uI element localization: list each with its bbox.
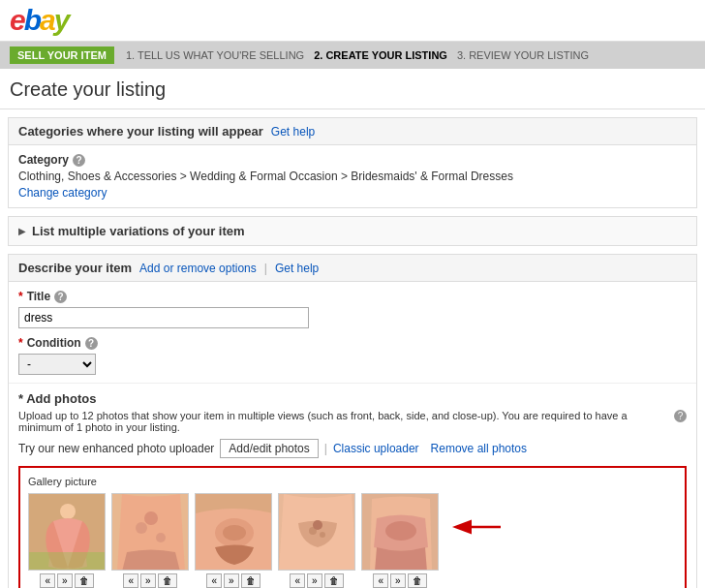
photo-item-2: « » 🗑 <box>111 493 189 588</box>
add-remove-options-link[interactable]: Add or remove options <box>139 262 257 275</box>
photo-delete-4[interactable]: 🗑 <box>324 573 344 588</box>
step1-label: 1. TELL US WHAT YOU'RE SELLING <box>126 49 304 61</box>
title-input[interactable] <box>18 307 309 328</box>
condition-field-row: * Condition ? - <box>9 332 696 383</box>
change-category-link[interactable]: Change category <box>18 186 107 200</box>
add-edit-photos-button[interactable]: Add/edit photos <box>220 439 318 458</box>
describe-section: Describe your item Add or remove options… <box>8 254 697 588</box>
photo-controls-5: « » 🗑 <box>373 573 426 588</box>
photos-row: « » 🗑 <box>28 493 677 588</box>
remove-all-photos-link[interactable]: Remove all photos <box>431 442 527 455</box>
variations-arrow-icon: ▶ <box>18 226 26 236</box>
photo-controls-3: « » 🗑 <box>206 573 260 588</box>
describe-get-help-link[interactable]: Get help <box>275 262 319 275</box>
photos-description: Upload up to 12 photos that show your it… <box>18 410 687 433</box>
category-path: Clothing, Shoes & Accessories > Wedding … <box>18 170 687 183</box>
svg-point-1 <box>60 504 76 519</box>
photo-item-5: « » 🗑 <box>361 493 439 588</box>
categories-section: Categories where your listing will appea… <box>8 117 697 208</box>
categories-get-help-link[interactable]: Get help <box>271 125 315 139</box>
photo-controls-4: « » 🗑 <box>290 573 343 588</box>
title-field-row: * Title ? <box>9 282 696 332</box>
steps-bar: SELL YOUR ITEM 1. TELL US WHAT YOU'RE SE… <box>0 42 705 69</box>
photo-thumb-1[interactable] <box>28 493 106 571</box>
photo-delete-2[interactable]: 🗑 <box>158 573 177 588</box>
svg-point-9 <box>223 525 246 541</box>
category-info-icon[interactable]: ? <box>73 154 85 167</box>
condition-field-label: * Condition ? <box>18 336 687 350</box>
red-arrow-annotation <box>452 512 510 542</box>
photo-thumb-3[interactable] <box>195 493 272 571</box>
photo-thumb-2[interactable] <box>111 493 189 571</box>
classic-uploader-link[interactable]: Classic uploader <box>333 442 419 455</box>
photos-uploader-row: Try our new enhanced photo uploader Add/… <box>18 439 687 458</box>
condition-info-icon[interactable]: ? <box>85 337 98 350</box>
photo-next-2[interactable]: » <box>140 573 156 588</box>
photo-item-3: « » 🗑 <box>195 493 272 588</box>
photo-gallery-box: Gallery picture <box>18 466 687 588</box>
photo-prev-5[interactable]: « <box>373 573 388 588</box>
photo-next-3[interactable]: » <box>224 573 239 588</box>
variations-title: List multiple variations of your item <box>32 224 245 238</box>
step3-label: 3. REVIEW YOUR LISTING <box>457 49 589 61</box>
variations-section: ▶ List multiple variations of your item <box>8 216 697 246</box>
svg-point-13 <box>313 520 322 530</box>
svg-rect-2 <box>29 552 106 571</box>
svg-point-12 <box>320 532 325 538</box>
pipe-divider: | <box>264 262 267 275</box>
svg-point-5 <box>156 533 166 542</box>
photo-delete-3[interactable]: 🗑 <box>241 573 261 588</box>
photo-thumb-4[interactable] <box>278 493 355 571</box>
page-title: Create your listing <box>0 69 705 109</box>
photo-prev-1[interactable]: « <box>40 573 55 588</box>
describe-title: Describe your item <box>18 261 132 275</box>
step2-label: 2. CREATE YOUR LISTING <box>314 49 447 61</box>
photos-title: * Add photos <box>18 391 687 406</box>
condition-select[interactable]: - <box>18 354 96 375</box>
photo-prev-3[interactable]: « <box>206 573 222 588</box>
photos-info-icon[interactable]: ? <box>674 410 687 422</box>
title-field-label: * Title ? <box>18 290 687 303</box>
photo-thumb-5[interactable] <box>361 493 439 571</box>
categories-body: Category ? Clothing, Shoes & Accessories… <box>9 145 696 207</box>
photo-item-1: « » 🗑 <box>28 493 106 588</box>
svg-point-15 <box>385 521 416 541</box>
photo-delete-5[interactable]: 🗑 <box>408 573 427 588</box>
pipe-divider2: | <box>324 442 327 455</box>
photo-next-1[interactable]: » <box>57 573 73 588</box>
svg-point-6 <box>144 511 158 525</box>
ebay-logo: ebay <box>10 6 68 35</box>
photo-controls-1: « » 🗑 <box>40 573 93 588</box>
photos-area: * Add photos Upload up to 12 photos that… <box>9 383 696 588</box>
svg-point-4 <box>136 522 147 534</box>
ebay-header: ebay <box>0 0 705 42</box>
photo-delete-1[interactable]: 🗑 <box>75 573 94 588</box>
photo-controls-2: « » 🗑 <box>123 573 176 588</box>
photo-next-4[interactable]: » <box>307 573 322 588</box>
category-label: Category ? <box>18 153 687 167</box>
gallery-label: Gallery picture <box>28 476 677 487</box>
photo-prev-4[interactable]: « <box>290 573 305 588</box>
variations-header[interactable]: ▶ List multiple variations of your item <box>9 217 696 245</box>
categories-title: Categories where your listing will appea… <box>18 124 263 139</box>
describe-header: Describe your item Add or remove options… <box>9 255 696 282</box>
photo-prev-2[interactable]: « <box>123 573 138 588</box>
sell-your-item-button[interactable]: SELL YOUR ITEM <box>10 46 114 64</box>
photo-next-5[interactable]: » <box>390 573 406 588</box>
photo-item-4: « » 🗑 <box>278 493 355 588</box>
categories-header: Categories where your listing will appea… <box>9 118 696 145</box>
title-info-icon[interactable]: ? <box>54 291 67 303</box>
uploader-text: Try our new enhanced photo uploader <box>18 442 214 455</box>
